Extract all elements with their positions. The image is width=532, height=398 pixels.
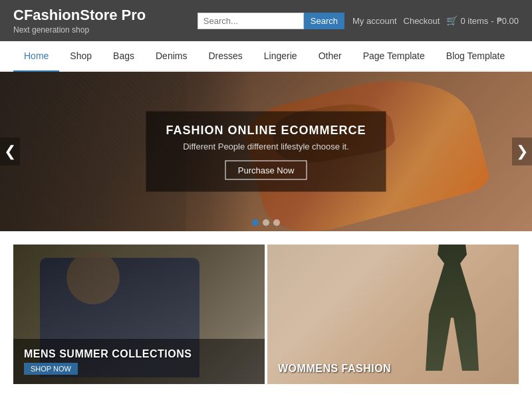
nav-dresses[interactable]: Dresses: [198, 41, 253, 70]
site-tagline: Next generation shop: [13, 25, 146, 35]
search-input[interactable]: [198, 13, 304, 29]
hero-dot-3[interactable]: [273, 219, 280, 226]
nav-lingerie[interactable]: Lingerie: [253, 41, 308, 70]
nav-page-template[interactable]: Page Template: [352, 41, 436, 70]
products-section: MENS SUMMER COLLECTIONS SHOP NOW WOMMENS…: [0, 231, 532, 397]
main-nav: Home Shop Bags Denims Dresses Lingerie O…: [0, 41, 532, 72]
nav-shop[interactable]: Shop: [59, 41, 102, 70]
cart-info[interactable]: 🛒 0 items - ₱0.00: [446, 15, 519, 26]
mens-title: MENS SUMMER COLLECTIONS: [24, 348, 254, 360]
hero-title: FASHION ONLINE ECOMMERCE: [166, 124, 366, 138]
womens-collection-card[interactable]: WOMMENS FASHION: [267, 245, 519, 384]
mens-overlay: MENS SUMMER COLLECTIONS SHOP NOW: [13, 339, 265, 384]
header-right: Search My account Checkout 🛒 0 items - ₱…: [198, 13, 519, 29]
nav-denims[interactable]: Denims: [145, 41, 198, 70]
hero-prev-button[interactable]: ❮: [0, 138, 20, 165]
cart-total: ₱0.00: [497, 16, 519, 26]
mens-collection-card[interactable]: MENS SUMMER COLLECTIONS SHOP NOW: [13, 245, 265, 384]
hero-dot-1[interactable]: [252, 219, 259, 226]
cart-icon: 🛒: [446, 15, 458, 26]
hero-content: FASHION ONLINE ECOMMERCE Different Peopl…: [146, 112, 386, 192]
cart-count: 0 items: [460, 16, 488, 26]
hero-cta-button[interactable]: Purchase Now: [225, 161, 307, 180]
my-account-link[interactable]: My account: [352, 16, 396, 26]
checkout-link[interactable]: Checkout: [404, 16, 440, 26]
site-title: CFashionStore Pro: [13, 7, 146, 24]
hero-next-button[interactable]: ❯: [512, 138, 532, 165]
hero-subtitle: Different People different lifestyle cho…: [166, 142, 366, 151]
hero-dot-2[interactable]: [263, 219, 269, 226]
womens-title: WOMMENS FASHION: [278, 363, 508, 375]
mens-cta[interactable]: SHOP NOW: [24, 363, 78, 375]
hero-slider: FASHION ONLINE ECOMMERCE Different Peopl…: [0, 72, 532, 231]
cart-separator: -: [491, 16, 493, 26]
header-links: My account Checkout 🛒 0 items - ₱0.00: [352, 15, 519, 26]
nav-bags[interactable]: Bags: [102, 41, 145, 70]
nav-blog-template[interactable]: Blog Template: [436, 41, 515, 70]
search-form: Search: [198, 13, 344, 29]
search-button[interactable]: Search: [304, 13, 344, 29]
nav-home[interactable]: Home: [13, 41, 59, 72]
brand: CFashionStore Pro Next generation shop: [13, 7, 146, 35]
hero-dots: [252, 219, 280, 226]
site-header: CFashionStore Pro Next generation shop S…: [0, 0, 532, 41]
nav-other[interactable]: Other: [308, 41, 352, 70]
